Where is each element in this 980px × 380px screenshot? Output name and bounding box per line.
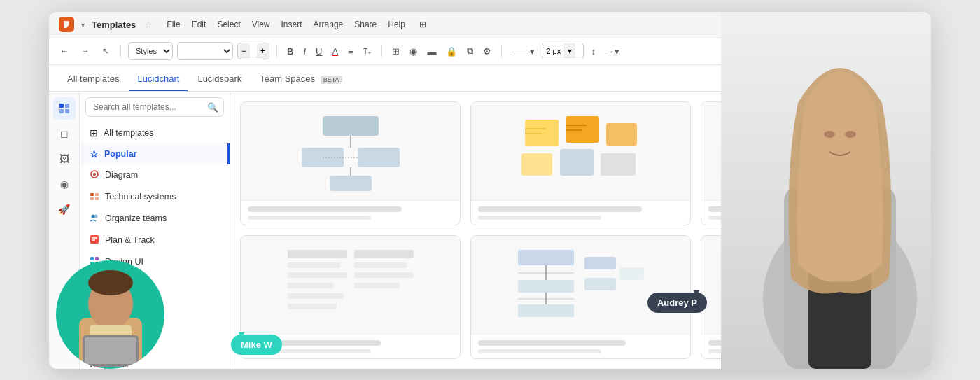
search-icon: 🔍: [207, 101, 218, 112]
menu-help[interactable]: Help: [388, 20, 405, 29]
favorite-star[interactable]: ☆: [144, 20, 153, 30]
svg-rect-34: [522, 153, 552, 176]
persona-audrey-bubble: Audrey P: [648, 293, 707, 313]
apps-grid-icon[interactable]: ⊞: [419, 20, 426, 29]
svg-rect-57: [354, 262, 407, 268]
svg-rect-24: [323, 116, 379, 136]
menu-file[interactable]: File: [167, 20, 180, 29]
svg-rect-7: [90, 193, 94, 196]
divider-2: [276, 44, 277, 58]
svg-rect-66: [584, 278, 616, 290]
card-footer-1: [241, 200, 460, 225]
line-color-button[interactable]: ▬: [424, 45, 439, 58]
stroke-width-control: 2 px ▾: [542, 43, 584, 59]
arrow-style-button[interactable]: ↕: [588, 45, 598, 58]
svg-rect-52: [288, 272, 347, 278]
svg-rect-1: [59, 104, 64, 108]
insert-grid-button[interactable]: ⊞: [389, 45, 402, 58]
decrease-size-button[interactable]: −: [238, 43, 250, 59]
stroke-width-value: 2 px: [542, 47, 564, 55]
menu-arrange[interactable]: Arrange: [314, 20, 344, 29]
svg-rect-35: [560, 149, 594, 176]
tab-all-templates[interactable]: All templates: [59, 68, 127, 91]
lock-button[interactable]: 🔒: [443, 45, 460, 58]
nav-popular[interactable]: ☆ Popular: [80, 143, 230, 164]
svg-point-12: [94, 214, 98, 218]
template-card-1[interactable]: [240, 101, 461, 225]
pages-icon-btn[interactable]: ◻: [53, 122, 76, 145]
dropdown-chevron[interactable]: ▾: [81, 21, 85, 29]
svg-rect-10: [95, 197, 99, 200]
cursor-tool[interactable]: ↖: [98, 44, 113, 58]
menu-share[interactable]: Share: [354, 20, 377, 29]
svg-rect-8: [95, 193, 99, 196]
menu-select[interactable]: Select: [217, 20, 240, 29]
bold-button[interactable]: B: [284, 45, 296, 58]
app-window: ▾ Templates ☆ File Edit Select View Inse…: [49, 12, 931, 369]
nav-plan-track[interactable]: Plan & Track: [80, 230, 230, 251]
nav-all-templates[interactable]: ⊞ All templates: [80, 122, 230, 143]
person-mike-avatar: [56, 260, 164, 369]
italic-button[interactable]: I: [300, 45, 309, 58]
svg-point-6: [93, 173, 96, 176]
arrow-end-dropdown[interactable]: →▾: [603, 45, 622, 58]
card-preview-4: [241, 236, 460, 334]
card-footer-5: [471, 334, 690, 359]
svg-rect-60: [518, 250, 574, 265]
menu-insert[interactable]: Insert: [281, 20, 302, 29]
font-dropdown[interactable]: [177, 42, 233, 60]
back-button[interactable]: ←: [56, 44, 73, 58]
svg-rect-17: [95, 257, 99, 260]
underline-button[interactable]: U: [313, 45, 325, 58]
search-input[interactable]: [85, 97, 224, 117]
organize-teams-icon: [90, 213, 99, 225]
plan-track-icon: [90, 234, 99, 246]
tools-button[interactable]: ⚙: [480, 45, 494, 58]
text-format-button[interactable]: T₊: [360, 45, 375, 57]
svg-rect-36: [601, 153, 636, 176]
align-button[interactable]: ≡: [345, 45, 356, 58]
svg-rect-55: [288, 304, 337, 309]
main-area: ◻ 🖼 ◉ 🚀 🔍 ⊞ All templates ☆ Popular: [49, 92, 931, 369]
styles-dropdown[interactable]: Styles: [128, 42, 173, 60]
shapes-icon-btn[interactable]: ◉: [53, 173, 76, 195]
text-color-button[interactable]: A: [329, 45, 341, 58]
increase-size-button[interactable]: +: [257, 43, 269, 59]
menu-edit[interactable]: Edit: [192, 20, 206, 29]
layers-button[interactable]: ⧉: [464, 44, 476, 58]
tab-team-spaces[interactable]: Team Spaces BETA: [251, 68, 350, 91]
app-logo: [59, 17, 74, 32]
svg-rect-80: [85, 337, 136, 364]
nav-diagram[interactable]: Diagram: [80, 164, 230, 186]
svg-point-77: [88, 270, 133, 295]
card-footer-2: [471, 200, 690, 225]
fill-color-button[interactable]: ◉: [407, 45, 420, 58]
svg-rect-13: [90, 235, 99, 244]
card-preview-2: [471, 102, 690, 200]
svg-rect-59: [354, 283, 400, 288]
menu-view[interactable]: View: [252, 20, 270, 29]
tab-lucidchart[interactable]: Lucidchart: [129, 68, 188, 91]
svg-point-0: [66, 21, 69, 24]
svg-rect-27: [330, 176, 372, 191]
nav-organize-teams[interactable]: Organize teams: [80, 208, 230, 230]
card-preview-5: [471, 236, 690, 334]
diagram-icon: [90, 169, 99, 181]
svg-rect-26: [358, 148, 400, 167]
svg-rect-54: [288, 293, 344, 299]
divider-1: [120, 44, 121, 58]
svg-rect-56: [354, 250, 414, 258]
popular-icon: ☆: [90, 148, 99, 160]
line-style-dropdown[interactable]: ——▾: [509, 45, 538, 58]
stroke-adjust-button[interactable]: ▾: [564, 43, 575, 59]
svg-rect-16: [90, 257, 94, 260]
svg-rect-51: [288, 262, 340, 268]
forward-button[interactable]: →: [77, 44, 94, 58]
nav-technical-systems[interactable]: Technical systems: [80, 186, 230, 208]
tab-lucidspark[interactable]: Lucidspark: [189, 68, 250, 91]
template-card-2[interactable]: [470, 101, 691, 225]
card-preview-1: [241, 102, 460, 200]
explore-icon-btn[interactable]: 🚀: [53, 198, 76, 220]
templates-icon-btn[interactable]: [53, 97, 76, 120]
image-icon-btn[interactable]: 🖼: [53, 148, 76, 170]
